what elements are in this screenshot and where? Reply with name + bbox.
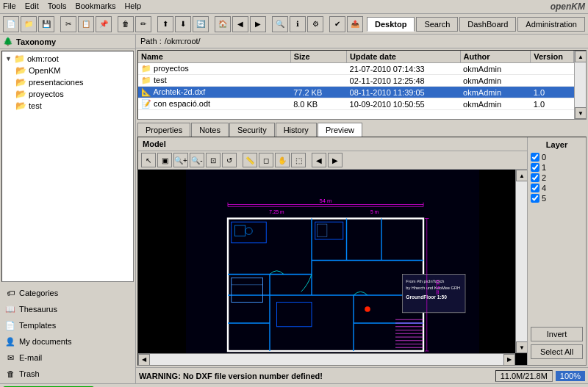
toolbar-settings[interactable]: ⚙ [307,16,323,32]
tree-item-test-label[interactable]: test [29,101,42,110]
email-label[interactable]: E-mail [19,353,42,362]
scrollbar-track[interactable] [575,62,586,107]
tab-notes[interactable]: Notes [191,123,229,137]
toolbar-cut[interactable]: ✂ [60,16,76,32]
tab-preview[interactable]: Preview [318,123,362,137]
model-zoomin-btn[interactable]: 🔍+ [173,153,188,167]
tree-item-openkm[interactable]: 📂 OpenKM [14,65,132,76]
tree-item-proyectos-label[interactable]: proyectos [29,90,64,98]
nav-categories[interactable]: 🏷 Categories [1,285,134,301]
my-documents-label[interactable]: My documents [19,337,72,346]
model-next-btn[interactable]: ▶ [328,153,343,167]
menu-edit[interactable]: Edit [25,1,39,12]
menu-bookmarks[interactable]: Bookmarks [75,1,115,12]
templates-label[interactable]: Templates [19,321,56,330]
invert-btn[interactable]: Invert [531,327,583,341]
layer-checkbox-5[interactable] [531,194,539,203]
toolbar-paste[interactable]: 📌 [96,16,112,32]
thesaurus-label[interactable]: Thesaurus [19,305,57,314]
tree-item-presentaciones[interactable]: 📂 presentaciones [14,76,132,88]
model-zoom-window-btn[interactable]: ⬚ [291,153,306,167]
main-area: 🌲 Taxonomy ▼ 📁 okm:root 📂 OpenKM 📂 prese… [0,35,588,383]
model-cursor-btn[interactable]: ↖ [141,153,156,167]
expand-root-icon[interactable]: ▼ [5,55,12,62]
toolbar-back[interactable]: ◀ [232,16,248,32]
categories-label[interactable]: Categories [19,289,58,297]
nav-my-documents[interactable]: 👤 My documents [1,333,134,350]
trash-label[interactable]: Trash [19,369,40,378]
nav-dashboard[interactable]: DashBoard [459,17,516,32]
nav-trash[interactable]: 🗑 Trash [1,366,134,382]
menu-tools[interactable]: Tools [48,1,67,12]
scroll-left-btn[interactable]: ◀ [138,354,150,366]
nav-administration[interactable]: Administration [517,17,585,32]
vscroll-down-btn[interactable]: ▼ [516,341,527,353]
toolbar-refresh[interactable]: 🔄 [193,16,209,32]
layer-checkbox-4[interactable] [531,184,539,192]
tree-root-label[interactable]: okm:root [27,54,59,63]
model-rotate-btn[interactable]: ↺ [222,153,237,167]
tree-item-openkm-label[interactable]: OpenKM [29,66,60,75]
tree-item-test[interactable]: 📂 test [14,100,132,112]
categories-icon: 🏷 [4,287,16,299]
vscrollbar-track[interactable] [516,181,527,341]
tab-security[interactable]: Security [229,123,275,137]
tab-properties[interactable]: Properties [137,123,190,137]
file-row-0[interactable]: 📁 proyectos 21-07-2010 07:14:33 okmAdmin [138,63,574,75]
vscroll-up-btn[interactable]: ▲ [516,170,527,181]
file-row-2[interactable]: 📐 Archtek-2d.dxf 77.2 KB 08-11-2010 11:3… [138,87,574,98]
model-area-btn[interactable]: ◻ [259,153,273,167]
layer-item-5[interactable]: 5 [531,193,583,203]
nav-thesaurus[interactable]: 📖 Thesaurus [1,301,134,317]
nav-search[interactable]: Search [416,17,458,32]
toolbar-download[interactable]: ⬇ [175,16,191,32]
scroll-up-btn[interactable]: ▲ [575,51,587,62]
tree-root[interactable]: ▼ 📁 okm:root [4,53,132,65]
toolbar-search[interactable]: 🔍 [272,16,288,32]
model-zoomout-btn[interactable]: 🔍- [190,153,204,167]
layer-checkbox-1[interactable] [531,163,539,172]
tabs-bar: Properties Notes Security History Previe… [136,121,588,137]
layer-item-1[interactable]: 1 [531,162,583,173]
file-row-1[interactable]: 📁 test 02-11-2010 12:25:48 okmAdmin [138,75,574,87]
layer-item-0[interactable]: 0 [531,152,583,162]
tree-item-presentaciones-label[interactable]: presentaciones [29,78,84,87]
model-prev-btn[interactable]: ◀ [312,153,326,167]
toolbar-upload[interactable]: ⬆ [157,16,173,32]
hscrollbar-track[interactable] [150,354,503,365]
layer-item-2[interactable]: 2 [531,173,583,183]
model-canvas[interactable]: 54 m 7.25 m 5 m [138,170,527,365]
select-all-btn[interactable]: Select All [531,344,583,359]
toolbar-properties[interactable]: ℹ [290,16,306,32]
tree-children: 📂 OpenKM 📂 presentaciones 📂 proyectos 📂 … [4,65,132,112]
toolbar-new[interactable]: 📄 [3,16,19,32]
toolbar-copy[interactable]: 📋 [78,16,94,32]
toolbar-checkin[interactable]: ✔ [329,16,345,32]
taxonomy-tree[interactable]: ▼ 📁 okm:root 📂 OpenKM 📂 presentaciones 📂… [1,51,134,282]
tab-history[interactable]: History [276,123,317,137]
toolbar-home[interactable]: 🏠 [215,16,231,32]
toolbar-forward[interactable]: ▶ [250,16,266,32]
toolbar-save[interactable]: 💾 [38,16,54,32]
toolbar-checkout[interactable]: 📤 [347,16,363,32]
nav-email[interactable]: ✉ E-mail [1,350,134,366]
tree-item-proyectos[interactable]: 📂 proyectos [14,88,132,100]
file-list-scrollbar[interactable]: ▲ ▼ [574,51,586,119]
nav-desktop[interactable]: Desktop [367,17,415,32]
layer-checkbox-2[interactable] [531,173,539,182]
toolbar-rename[interactable]: ✏ [135,16,151,32]
nav-templates[interactable]: 📄 Templates [1,317,134,333]
layer-checkbox-0[interactable] [531,153,539,162]
toolbar-open[interactable]: 📁 [21,16,37,32]
menu-file[interactable]: File [3,1,16,12]
model-fit-btn[interactable]: ⊡ [206,153,220,167]
toolbar-delete[interactable]: 🗑 [118,16,134,32]
scroll-right-btn[interactable]: ▶ [503,354,515,366]
menu-help[interactable]: Help [124,1,141,12]
model-select-btn[interactable]: ▣ [157,153,172,167]
file-row-3[interactable]: 📝 con espació.odt 8.0 KB 10-09-2010 10:5… [138,98,574,110]
layer-item-4[interactable]: 4 [531,183,583,193]
model-measure-btn[interactable]: 📏 [243,153,257,167]
scroll-down-btn[interactable]: ▼ [575,107,587,119]
model-pan-btn[interactable]: ✋ [275,153,290,167]
